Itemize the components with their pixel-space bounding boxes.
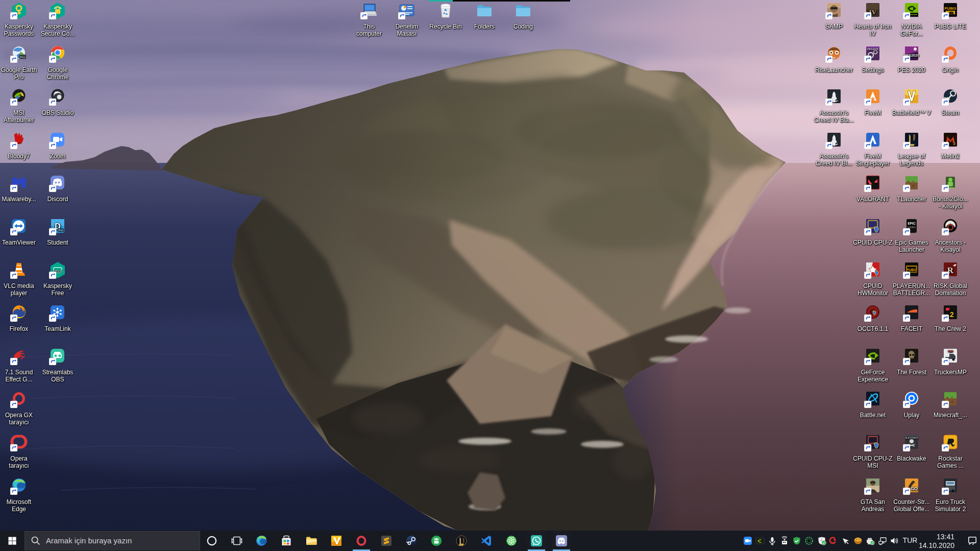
svg-text:2: 2 [953, 141, 956, 146]
svg-text:2: 2 [950, 310, 954, 319]
svg-text:Pro: Pro [59, 229, 63, 232]
svg-text:PUBG: PUBG [944, 6, 956, 11]
svg-text:PUBG: PUBG [906, 268, 917, 272]
svg-text:Pro: Pro [20, 56, 26, 59]
svg-text:GO: GO [911, 486, 918, 491]
svg-text:TMP: TMP [948, 350, 953, 353]
svg-text:EPIC: EPIC [908, 222, 915, 225]
svg-text:PES2020: PES2020 [867, 47, 878, 51]
svg-text:BLACKWAKE: BLACKWAKE [905, 437, 918, 439]
